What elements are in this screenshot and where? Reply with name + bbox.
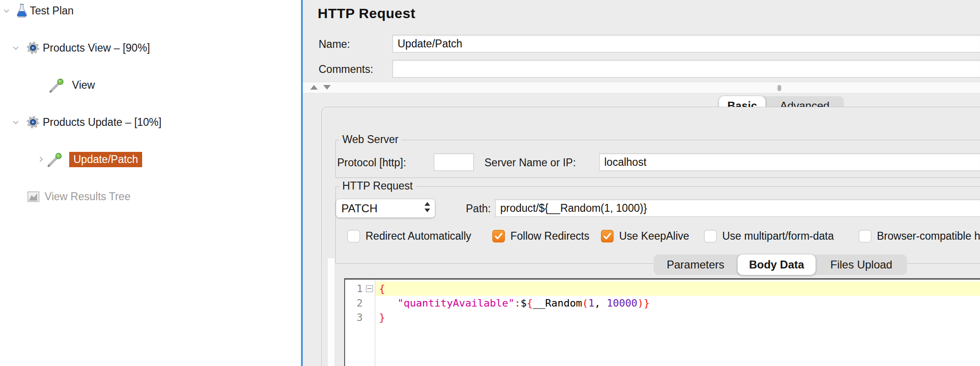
checkbox-checked-icon[interactable] [492, 230, 505, 242]
checkbox-icon[interactable] [347, 230, 360, 242]
checkbox-redirect-automatically[interactable]: Redirect Automatically [347, 230, 471, 242]
line-number: 2 [345, 296, 363, 310]
tab-parameters[interactable]: Parameters [653, 255, 738, 275]
collapse-up-icon[interactable] [310, 85, 318, 90]
testplan-flask-icon [14, 3, 30, 19]
checkbox-browser-compatible[interactable]: Browser-compatible h [859, 230, 980, 242]
thread-group-gear-icon [25, 40, 41, 56]
tab-body-data[interactable]: Body Data [738, 255, 816, 275]
web-server-legend: Web Server [340, 133, 401, 146]
fold-collapse-icon[interactable] [366, 285, 373, 292]
checkbox-label: Browser-compatible h [877, 230, 980, 242]
code-text: { [379, 281, 980, 296]
path-label: Path: [466, 203, 491, 215]
protocol-label: Protocol [http]: [337, 157, 406, 169]
tree-item-view[interactable]: View [0, 76, 301, 94]
editor-line[interactable]: 3} [345, 310, 980, 325]
line-number: 3 [345, 310, 363, 325]
tree-item-view-results-tree[interactable]: View Results Tree [0, 187, 301, 206]
checkbox-follow-redirects[interactable]: Follow Redirects [492, 230, 589, 242]
tree-item-products-update[interactable]: Products Update – [10%] [0, 113, 301, 131]
checkbox-use-multipart[interactable]: Use multipart/form-data [704, 230, 834, 242]
method-value: PATCH [341, 202, 378, 215]
method-select[interactable]: PATCH [336, 199, 435, 218]
tree-item-label: View Results Tree [45, 187, 131, 206]
tree-item-label-selected: Update/Patch [69, 152, 142, 167]
tree-item-test-plan[interactable]: Test Plan [0, 1, 301, 20]
http-request-legend: HTTP Request [340, 180, 416, 192]
code-text: } [379, 310, 980, 325]
splitter-handle-icon[interactable] [777, 85, 781, 91]
collapse-down-icon[interactable] [323, 85, 331, 90]
editor-line[interactable]: 2 "quantityAvailable":${__Random(1, 1000… [345, 296, 980, 310]
name-label: Name: [319, 38, 350, 51]
path-input[interactable] [495, 199, 980, 217]
checkbox-use-keepalive[interactable]: Use KeepAlive [601, 230, 689, 242]
code-text: "quantityAvailable":${__Random(1, 10000)… [379, 296, 980, 310]
results-tree-chart-icon [26, 189, 42, 204]
editor-line[interactable]: 1{ [345, 281, 980, 296]
chevron-down-icon[interactable] [11, 118, 20, 127]
checkbox-label: Follow Redirects [510, 230, 589, 242]
http-sampler-pipette-icon [46, 151, 62, 167]
http-request-group: HTTP Request [335, 186, 980, 264]
http-request-editor-panel: HTTP Request Name: Comments: Basic Advan… [303, 0, 980, 366]
server-name-input[interactable] [599, 153, 980, 171]
page-title: HTTP Request [318, 6, 415, 21]
header-splitter-bar[interactable] [303, 82, 980, 93]
checkbox-label: Redirect Automatically [366, 230, 471, 242]
panel-inner-strip [328, 258, 334, 366]
chevron-right-icon[interactable] [36, 155, 46, 164]
checkbox-label: Use KeepAlive [619, 230, 689, 242]
gutter-separator [375, 280, 375, 366]
protocol-input[interactable] [434, 153, 474, 171]
comments-input[interactable] [392, 60, 980, 78]
chevron-down-icon[interactable] [2, 6, 11, 15]
tree-item-update-patch[interactable]: Update/Patch [0, 150, 301, 169]
tree-item-label: Products View – [90%] [43, 39, 150, 57]
checkbox-label: Use multipart/form-data [722, 230, 834, 242]
stepper-arrows-icon [423, 201, 431, 216]
comments-label: Comments: [319, 63, 373, 76]
server-name-label: Server Name or IP: [484, 157, 576, 169]
tree-item-label: View [72, 76, 95, 94]
tree-item-products-view[interactable]: Products View – [90%] [0, 39, 301, 57]
checkbox-icon[interactable] [859, 230, 871, 242]
tree-item-label: Test Plan [30, 1, 74, 20]
tree-item-label: Products Update – [10%] [43, 113, 162, 131]
test-plan-tree: Test Plan Products View – [90%] [0, 0, 301, 366]
checkbox-checked-icon[interactable] [601, 230, 614, 242]
body-data-editor[interactable]: 1{2 "quantityAvailable":${__Random(1, 10… [344, 278, 980, 366]
chevron-down-icon[interactable] [11, 43, 20, 52]
line-number: 1 [345, 281, 363, 296]
body-tabs: Parameters Body Data Files Upload [653, 255, 907, 275]
http-sampler-pipette-icon [48, 77, 64, 93]
checkbox-icon[interactable] [704, 230, 717, 242]
tab-files-upload[interactable]: Files Upload [816, 255, 907, 275]
thread-group-gear-icon [25, 114, 41, 130]
name-input[interactable] [392, 35, 980, 52]
